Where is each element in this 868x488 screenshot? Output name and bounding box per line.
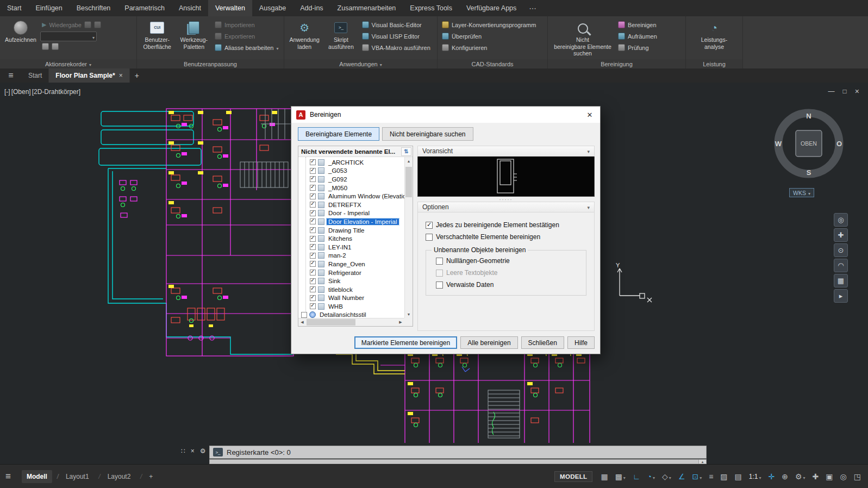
minimize-icon[interactable] <box>828 87 835 95</box>
purge-button[interactable]: Bereinigen <box>616 19 668 30</box>
viewcube-settings-icon[interactable]: ▦ <box>834 274 848 287</box>
tree-item-checkbox[interactable] <box>310 253 316 259</box>
purge-all-button[interactable]: Alle bereinigen <box>460 336 517 349</box>
layout-tab-layout1[interactable]: Layout1 <box>61 470 94 483</box>
close-icon[interactable] <box>855 87 859 96</box>
layout-tab-modell[interactable]: Modell <box>22 470 52 483</box>
close-icon[interactable] <box>579 107 600 123</box>
grid-icon[interactable]: ▦ <box>599 472 609 481</box>
purge-checked-items-button[interactable]: Markierte Elemente bereinigen <box>354 336 457 349</box>
command-customize-icon[interactable]: ⚙ <box>200 447 206 455</box>
layout-tab-layout2[interactable]: Layout2 <box>103 470 136 483</box>
tree-item-checkbox[interactable] <box>310 185 316 191</box>
tree-item-checkbox[interactable] <box>310 176 316 182</box>
load-application-button[interactable]: ⚙ Anwendung laden <box>287 18 322 59</box>
option-row[interactable]: Verschachtelte Elemente bereinigen <box>426 231 586 243</box>
ribbon-tab-express-tools[interactable]: Express Tools <box>403 0 459 16</box>
horizontal-scrollbar[interactable]: ◀ ▶ <box>298 318 404 326</box>
tree-item[interactable]: Detailansichtsstil <box>298 311 404 318</box>
purgeable-items-tree[interactable]: _ARCHTICK _G053 _G092 _M050 Aluminum <box>298 157 404 318</box>
command-grip-icon[interactable]: ∷ <box>181 447 185 455</box>
action-macro-combobox[interactable] <box>40 32 97 41</box>
viewcube-top-face[interactable]: OBEN <box>801 140 817 147</box>
annotation-visibility-icon[interactable]: ✛ <box>767 472 777 481</box>
tree-item[interactable]: Door - Imperial <box>298 209 404 218</box>
play-button[interactable]: ▶ Wiedergabe <box>40 19 122 30</box>
cui-button[interactable]: CUI Benutzer- Oberfläche <box>140 18 174 59</box>
preference-icon[interactable] <box>42 43 49 50</box>
option-row[interactable]: Leere Textobjekte <box>432 267 580 279</box>
new-layout-button[interactable]: + <box>144 470 158 483</box>
tree-item[interactable]: Drawing Title <box>298 226 404 235</box>
panel-title-leistung[interactable]: Leistung <box>686 59 742 68</box>
checkbox[interactable] <box>436 258 443 265</box>
workspace-gear-icon[interactable]: ⚙ <box>794 471 807 483</box>
check-standards-button[interactable]: Überprüfen <box>440 30 545 42</box>
preview-section-header[interactable]: Voransicht <box>417 146 595 157</box>
scrollbar-thumb[interactable] <box>405 167 412 197</box>
checkbox[interactable] <box>436 270 443 277</box>
viewcube-east-label[interactable]: O <box>836 140 842 148</box>
ribbon-tab-ansicht[interactable]: Ansicht <box>172 0 208 16</box>
command-prompt-text[interactable]: Registerkarte <0>: 0 <box>227 448 291 456</box>
tree-item-checkbox[interactable] <box>310 244 316 250</box>
tree-item[interactable]: _ARCHTICK <box>298 158 404 167</box>
ortho-icon[interactable]: ∟ <box>631 472 642 481</box>
tree-item-checkbox[interactable] <box>310 261 316 267</box>
zoom-icon[interactable]: ⊙ <box>834 243 848 257</box>
menu-icon[interactable]: ≡ <box>5 471 11 482</box>
tree-item[interactable]: Range_Oven <box>298 260 404 268</box>
tree-item-checkbox[interactable] <box>310 278 316 284</box>
command-history-scrollbar[interactable] <box>209 459 707 464</box>
ribbon-tab-verfuegbare-apps[interactable]: Verfügbare Apps <box>459 0 523 16</box>
tab-purgeable-items[interactable]: Bereinigbare Elemente <box>298 127 379 141</box>
options-section-header[interactable]: Optionen <box>417 202 595 212</box>
new-drawing-tab-button[interactable]: + <box>130 68 144 83</box>
tree-item-checkbox[interactable] <box>310 168 316 174</box>
ribbon-tab-start[interactable]: Start <box>0 0 28 16</box>
tree-item[interactable]: man-2 <box>298 252 404 260</box>
model-space-button[interactable]: MODELL <box>554 471 592 482</box>
isodraft-icon[interactable]: ◇ <box>660 471 673 483</box>
hardware-acceleration-icon[interactable]: ▣ <box>824 472 834 481</box>
scroll-left-icon[interactable]: ◀ <box>298 318 306 326</box>
option-row[interactable]: Nulllängen-Geometrie <box>432 255 580 267</box>
tool-palettes-button[interactable]: Werkzeug- Paletten <box>176 18 211 59</box>
panel-title-cad-standards[interactable]: CAD-Standards <box>438 59 547 68</box>
annotation-scale-label[interactable]: 1:1 <box>747 471 763 483</box>
sort-icon[interactable] <box>401 147 411 156</box>
tree-item-checkbox[interactable] <box>310 210 316 216</box>
tree-item-checkbox[interactable] <box>310 270 316 276</box>
tree-item-checkbox[interactable] <box>310 303 316 309</box>
tree-item[interactable]: DETREFTX <box>298 201 404 209</box>
osnap-tracking-icon[interactable]: ∠ <box>677 472 687 481</box>
visual-style-control[interactable]: [2D-Drahtkörper] <box>32 88 80 96</box>
transparency-icon[interactable]: ▨ <box>719 472 729 481</box>
orbit-icon[interactable]: ◠ <box>834 259 848 272</box>
ribbon-tab-zusammenarbeiten[interactable]: Zusammenarbeiten <box>330 0 403 16</box>
tree-item[interactable]: Sink <box>298 277 404 285</box>
checkbox[interactable] <box>436 281 443 289</box>
configure-standards-button[interactable]: Konfigurieren <box>440 42 545 53</box>
ribbon-overflow-icon[interactable]: ⋯ <box>523 0 542 16</box>
autoscale-icon[interactable]: ⊕ <box>780 472 790 481</box>
layer-translator-button[interactable]: Layer-Konvertierungsprogramm <box>440 19 545 30</box>
selection-cycling-icon[interactable]: ▤ <box>733 472 744 481</box>
tree-item[interactable]: _G053 <box>298 167 404 176</box>
file-tabs-menu-icon[interactable]: ≡ <box>0 68 22 83</box>
import-button[interactable]: Importieren <box>213 19 281 30</box>
isolate-objects-icon[interactable]: ◎ <box>839 472 848 481</box>
viewcube-south-label[interactable]: S <box>807 168 811 177</box>
ribbon-tab-ausgabe[interactable]: Ausgabe <box>252 0 293 16</box>
viewcube-north-label[interactable]: N <box>806 112 811 120</box>
insert-pause-icon[interactable] <box>94 21 101 28</box>
overkill-button[interactable]: Aufräumen <box>616 30 668 42</box>
vba-macro-button[interactable]: VBA-Makro ausführen <box>360 42 434 53</box>
scroll-up-icon[interactable]: ▲ <box>405 157 413 165</box>
checkbox[interactable] <box>426 222 433 229</box>
visual-lisp-editor-button[interactable]: Visual LISP Editor <box>360 30 434 42</box>
audit-button[interactable]: Prüfung <box>616 42 668 53</box>
tree-item[interactable]: Refrigerator <box>298 268 404 277</box>
scroll-up-icon[interactable] <box>698 460 706 464</box>
ribbon-tab-verwalten[interactable]: Verwalten <box>208 0 252 16</box>
